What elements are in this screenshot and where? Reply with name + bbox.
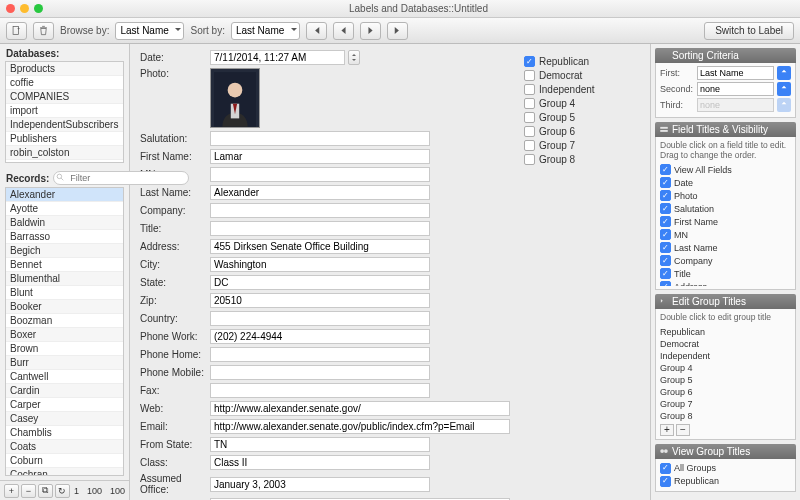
prev-record-button[interactable]	[333, 22, 354, 40]
class-field[interactable]	[210, 455, 430, 470]
sort-first-select[interactable]: Last Name	[697, 66, 774, 80]
group-checkbox[interactable]	[524, 56, 535, 67]
record-item[interactable]: Blunt	[6, 286, 123, 300]
database-item[interactable]: Publishers	[6, 132, 123, 146]
zoom-icon[interactable]	[34, 4, 43, 13]
delete-record-button[interactable]	[33, 22, 54, 40]
field-checkbox[interactable]	[660, 203, 671, 214]
email-field[interactable]	[210, 419, 510, 434]
remove-record-button[interactable]: −	[21, 484, 36, 498]
country-field[interactable]	[210, 311, 430, 326]
all-groups-checkbox[interactable]	[660, 463, 671, 474]
city-field[interactable]	[210, 257, 430, 272]
record-item[interactable]: Begich	[6, 244, 123, 258]
fromstate-field[interactable]	[210, 437, 430, 452]
browse-by-select[interactable]: Last Name	[115, 22, 184, 40]
web-field[interactable]	[210, 401, 510, 416]
field-row[interactable]: Company	[660, 254, 791, 267]
switch-to-label-button[interactable]: Switch to Label	[704, 22, 794, 40]
group-checkbox[interactable]	[524, 70, 535, 81]
record-item[interactable]: Cochran	[6, 468, 123, 476]
field-row[interactable]: Last Name	[660, 241, 791, 254]
fields-list[interactable]: DatePhotoSalutationFirst NameMNLast Name…	[660, 176, 791, 286]
group-title-item[interactable]: Group 7	[660, 398, 791, 410]
database-item[interactable]: import	[6, 104, 123, 118]
next-record-button[interactable]	[360, 22, 381, 40]
record-item[interactable]: Ayotte	[6, 202, 123, 216]
state-field[interactable]	[210, 275, 430, 290]
record-item[interactable]: Carper	[6, 398, 123, 412]
lastname-field[interactable]	[210, 185, 430, 200]
view-all-checkbox[interactable]	[660, 164, 671, 175]
fax-field[interactable]	[210, 383, 430, 398]
field-checkbox[interactable]	[660, 242, 671, 253]
record-item[interactable]: Boozman	[6, 314, 123, 328]
group-checkbox[interactable]	[524, 84, 535, 95]
last-record-button[interactable]	[387, 22, 408, 40]
date-stepper[interactable]	[348, 50, 360, 65]
group-title-item[interactable]: Independent	[660, 350, 791, 362]
group-title-item[interactable]: Group 4	[660, 362, 791, 374]
group-title-item[interactable]: Republican	[660, 326, 791, 338]
field-checkbox[interactable]	[660, 255, 671, 266]
field-row[interactable]: Date	[660, 176, 791, 189]
first-record-button[interactable]	[306, 22, 327, 40]
remove-group-button[interactable]: −	[676, 424, 690, 436]
record-item[interactable]: Barrasso	[6, 230, 123, 244]
field-row[interactable]: Address	[660, 280, 791, 286]
record-item[interactable]: Casey	[6, 412, 123, 426]
assumed-field[interactable]	[210, 477, 430, 492]
group-checkbox[interactable]	[524, 112, 535, 123]
add-group-button[interactable]: +	[660, 424, 674, 436]
date-field[interactable]	[210, 50, 345, 65]
database-item[interactable]: robin_colston_2	[6, 160, 123, 163]
database-item[interactable]: robin_colston	[6, 146, 123, 160]
record-item[interactable]: Brown	[6, 342, 123, 356]
field-row[interactable]: Photo	[660, 189, 791, 202]
field-row[interactable]: MN	[660, 228, 791, 241]
records-filter-input[interactable]	[53, 171, 189, 185]
field-row[interactable]: Salutation	[660, 202, 791, 215]
firstname-field[interactable]	[210, 149, 430, 164]
records-list[interactable]: AlexanderAyotteBaldwinBarrassoBegichBenn…	[5, 187, 124, 476]
sort-second-select[interactable]: none	[697, 82, 774, 96]
record-item[interactable]: Baldwin	[6, 216, 123, 230]
group-checkbox[interactable]	[524, 126, 535, 137]
group-title-item[interactable]: Democrat	[660, 338, 791, 350]
field-row[interactable]: First Name	[660, 215, 791, 228]
field-checkbox[interactable]	[660, 177, 671, 188]
group-title-item[interactable]: Group 8	[660, 410, 791, 422]
database-item[interactable]: coffie	[6, 76, 123, 90]
sort-by-select[interactable]: Last Name	[231, 22, 300, 40]
record-item[interactable]: Alexander	[6, 188, 123, 202]
database-item[interactable]: COMPANIES	[6, 90, 123, 104]
phonehome-field[interactable]	[210, 347, 430, 362]
field-checkbox[interactable]	[660, 190, 671, 201]
phonework-field[interactable]	[210, 329, 430, 344]
address-field[interactable]	[210, 239, 430, 254]
minimize-icon[interactable]	[20, 4, 29, 13]
title-field[interactable]	[210, 221, 430, 236]
record-item[interactable]: Chamblis	[6, 426, 123, 440]
sort-first-dir[interactable]	[777, 66, 791, 80]
record-item[interactable]: Cantwell	[6, 370, 123, 384]
group-checkbox[interactable]	[524, 154, 535, 165]
refresh-button[interactable]: ↻	[55, 484, 70, 498]
group-checkbox[interactable]	[524, 98, 535, 109]
database-item[interactable]: IndependentSubscribers	[6, 118, 123, 132]
field-checkbox[interactable]	[660, 281, 671, 286]
field-checkbox[interactable]	[660, 229, 671, 240]
add-record-button[interactable]: +	[4, 484, 19, 498]
zip-field[interactable]	[210, 293, 430, 308]
record-item[interactable]: Boxer	[6, 328, 123, 342]
record-item[interactable]: Booker	[6, 300, 123, 314]
company-field[interactable]	[210, 203, 430, 218]
phonemobile-field[interactable]	[210, 365, 430, 380]
databases-list[interactable]: BproductscoffieCOMPANIESimportIndependen…	[5, 61, 124, 163]
duplicate-record-button[interactable]: ⧉	[38, 484, 53, 498]
salutation-field[interactable]	[210, 131, 430, 146]
photo-thumbnail[interactable]	[210, 68, 260, 128]
record-item[interactable]: Coburn	[6, 454, 123, 468]
record-item[interactable]: Cardin	[6, 384, 123, 398]
field-row[interactable]: Title	[660, 267, 791, 280]
